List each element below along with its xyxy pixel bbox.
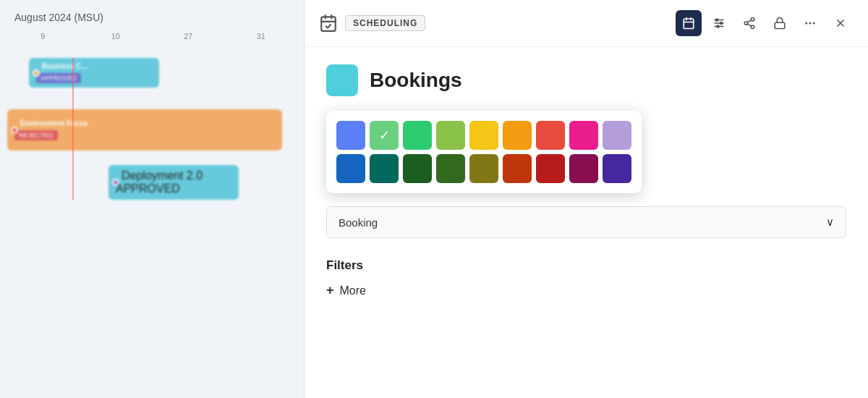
color-swatch-olive[interactable] (469, 154, 498, 183)
svg-point-12 (720, 22, 723, 25)
calendar-column-headers: 9 10 27 31 (0, 29, 304, 43)
event-business: Business C... APPROVED (29, 58, 159, 88)
col-header-27: 27 (153, 29, 224, 43)
svg-point-20 (805, 22, 807, 25)
event-badge: REJECTED (14, 130, 58, 140)
col-header-31: 31 (226, 29, 297, 43)
sliders-button[interactable] (706, 10, 732, 36)
more-menu-button[interactable] (797, 10, 823, 36)
calendar-events: Business C... APPROVED Environment Focus… (0, 58, 304, 200)
event-badge: APPROVED (116, 182, 231, 195)
more-button-label: More (340, 284, 366, 297)
event-dot (112, 179, 119, 186)
event-environment: Environment Focus REJECTED (7, 109, 282, 151)
color-swatch-forest[interactable] (436, 154, 465, 183)
color-swatch-light-green-selected[interactable]: ✓ (370, 121, 399, 150)
scheduling-panel: SCHEDULING (304, 0, 868, 398)
color-swatch-green[interactable] (403, 121, 432, 150)
color-swatch-red[interactable] (536, 121, 565, 150)
color-swatch-maroon[interactable] (569, 154, 598, 183)
event-badge: APPROVED (36, 73, 81, 83)
bookings-color-swatch[interactable] (326, 64, 358, 96)
event-label: Business C... (36, 62, 152, 70)
scheduling-label: SCHEDULING (345, 15, 425, 31)
color-swatch-yellow[interactable] (469, 121, 498, 150)
panel-content: Bookings ✓ (305, 47, 868, 398)
col-header-9: 9 (7, 29, 79, 43)
calendar-view-button[interactable] (676, 10, 702, 36)
chevron-down-icon: ∨ (826, 216, 834, 229)
panel-header: SCHEDULING (305, 0, 868, 47)
color-swatch-lavender[interactable] (603, 121, 631, 150)
svg-point-21 (809, 22, 812, 25)
color-swatch-dark-blue[interactable] (336, 154, 365, 183)
svg-point-13 (717, 25, 719, 27)
svg-point-11 (716, 19, 718, 21)
booking-dropdown-label: Booking (339, 216, 378, 229)
bookings-title: Bookings (370, 69, 462, 92)
svg-rect-4 (684, 19, 694, 29)
svg-rect-19 (775, 22, 785, 28)
col-header-10: 10 (80, 29, 152, 43)
share-button[interactable] (736, 10, 762, 36)
color-swatch-dark-green[interactable] (403, 154, 432, 183)
color-swatch-lime[interactable] (436, 121, 465, 150)
event-deployment: Deployment 2.0 APPROVED (109, 165, 239, 200)
svg-line-18 (747, 20, 751, 22)
plus-icon: + (326, 283, 334, 298)
event-dot (33, 69, 40, 77)
event-label: Environment Focus (14, 119, 275, 127)
event-dot (11, 127, 18, 134)
bookings-title-row: Bookings (326, 64, 846, 96)
color-swatch-teal[interactable] (370, 154, 399, 183)
header-left: SCHEDULING (319, 14, 425, 33)
color-swatch-dark-red[interactable] (536, 154, 565, 183)
filters-label: Filters (326, 258, 846, 273)
color-swatch-pink[interactable] (569, 121, 598, 150)
color-swatch-deep-purple[interactable] (603, 154, 631, 183)
color-picker-popup: ✓ (326, 111, 642, 193)
svg-rect-0 (321, 17, 336, 31)
color-swatch-blue[interactable] (336, 121, 365, 150)
event-label: Deployment 2.0 (116, 169, 231, 182)
color-grid: ✓ (336, 121, 631, 183)
current-time-indicator (72, 58, 74, 200)
header-right (676, 10, 854, 36)
calendar-background: August 2024 (MSU) 9 10 27 31 Business C.… (0, 0, 304, 398)
color-swatch-orange[interactable] (503, 121, 532, 150)
color-swatch-brown[interactable] (503, 154, 532, 183)
calendar-title: August 2024 (MSU) (0, 0, 304, 29)
booking-dropdown[interactable]: Booking ∨ (326, 206, 846, 238)
lock-button[interactable] (767, 10, 793, 36)
close-button[interactable] (827, 10, 854, 36)
svg-point-22 (813, 22, 815, 25)
scheduling-calendar-icon (319, 14, 338, 33)
more-button[interactable]: + More (326, 283, 366, 298)
svg-line-17 (747, 24, 751, 26)
